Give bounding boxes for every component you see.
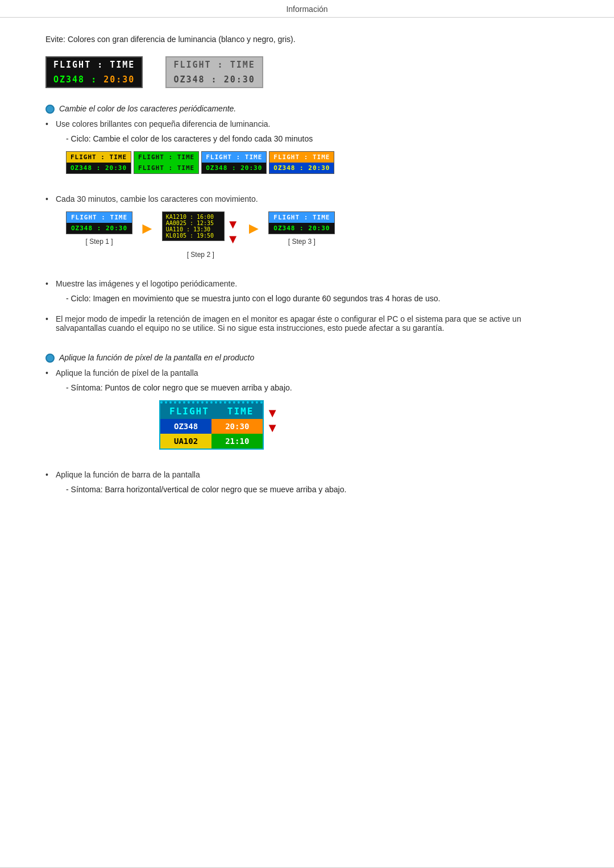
pb-cell-2030: 20:30 <box>211 419 263 434</box>
pb-cell-ua102: UA102 <box>160 434 211 448</box>
step-item-1: FLIGHT : TIME OZ348 : 20:30 [ Step 1 ] <box>66 211 132 246</box>
blue-bullet-item-1: Cambie el color de los caracteres periód… <box>45 104 569 114</box>
step1-row2: OZ348 : 20:30 <box>67 223 132 234</box>
arrow-1: ► <box>139 211 155 246</box>
blue-bullet-icon-2 <box>45 354 55 363</box>
color-board-3: FLIGHT : TIME OZ348 : 20:30 <box>201 151 267 174</box>
arrow-2: ► <box>246 211 262 246</box>
cb3-row1: FLIGHT : TIME <box>202 152 266 163</box>
down-arrow-2: ▼ <box>227 232 239 247</box>
color-board-4: FLIGHT : TIME OZ348 : 20:30 <box>269 151 334 174</box>
dark-board-time: 20:30 <box>103 74 135 85</box>
blue-bullet-text-1: Cambie el color de los caracteres periód… <box>59 104 236 113</box>
bullet-item-3: Muestre las imágenes y el logotipo perió… <box>45 279 569 288</box>
step1-board: FLIGHT : TIME OZ348 : 20:30 <box>66 211 132 234</box>
step1-label: [ Step 1 ] <box>86 238 113 246</box>
pb-col2-header: TIME <box>218 404 263 419</box>
bullet-item-1: Use colores brillantes con pequeña difer… <box>45 119 569 128</box>
down-arrow-1: ▼ <box>227 217 239 232</box>
pixel-board-header: FLIGHT TIME <box>160 401 263 419</box>
dark-board-sep: : <box>91 74 103 85</box>
bullet-item-5: Aplique la función de píxel de la pantal… <box>45 368 569 377</box>
cb2-row2: FLIGHT : TIME <box>134 163 198 173</box>
pb-cell-oz348: OZ348 <box>160 419 211 434</box>
content-area: Evite: Colores con gran diferencia de lu… <box>0 18 614 867</box>
steps-row: FLIGHT : TIME OZ348 : 20:30 [ Step 1 ] ►… <box>66 211 569 259</box>
main-list-5: Aplique la función de píxel de la pantal… <box>45 368 569 377</box>
step-item-3: FLIGHT : TIME OZ348 : 20:30 [ Step 3 ] <box>268 211 335 246</box>
bullet-item-6: Aplique la función de barra de la pantal… <box>45 470 569 479</box>
step2-line4: KL0105 : 19:50 <box>166 232 221 239</box>
page-container: Información Evite: Colores con gran dife… <box>0 0 614 868</box>
step2-arrows: ▼ ▼ <box>227 211 239 247</box>
bullet-item-2: Cada 30 minutos, cambie los caracteres c… <box>45 194 569 203</box>
cb4-row2: OZ348 : 20:30 <box>269 163 334 173</box>
blue-bullet-icon-1 <box>45 105 55 114</box>
main-list-3: Muestre las imágenes y el logotipo perió… <box>45 279 569 288</box>
step3-row2: OZ348 : 20:30 <box>269 223 334 234</box>
step1-row1: FLIGHT : TIME <box>67 212 132 223</box>
color-cycle-boards: FLIGHT : TIME OZ348 : 20:30 FLIGHT : TIM… <box>66 151 569 174</box>
pb-row-2: UA102 21:10 <box>160 434 263 448</box>
page-title: Información <box>0 0 614 18</box>
flight-board-dark: FLIGHT : TIME OZ348 : 20:30 <box>45 56 143 88</box>
dark-board-row1: FLIGHT : TIME <box>47 57 142 72</box>
pixel-board-arrows: ▼ ▼ <box>266 400 279 436</box>
main-list-6: Aplique la función de barra de la pantal… <box>45 470 569 479</box>
step2-line2: AA0025 : 12:35 <box>166 220 221 226</box>
pixel-arrow-1: ▼ <box>266 406 279 421</box>
step3-board: FLIGHT : TIME OZ348 : 20:30 <box>268 211 335 234</box>
sub-text-3: - Ciclo: Imagen en movimiento que se mue… <box>66 294 569 303</box>
pb-row-1: OZ348 20:30 <box>160 419 263 434</box>
cb1-row2: OZ348 : 20:30 <box>67 163 131 173</box>
step3-row1: FLIGHT : TIME <box>269 212 334 223</box>
step3-label: [ Step 3 ] <box>288 238 316 246</box>
step2-content: KA1210 : 16:00 AA0025 : 12:35 UA110 : 13… <box>162 211 239 247</box>
pixel-board: FLIGHT TIME OZ348 20:30 UA102 21:10 <box>159 400 264 450</box>
step2-line3: UA110 : 13:30 <box>166 226 221 232</box>
intro-text: Evite: Colores con gran diferencia de lu… <box>45 35 569 44</box>
sub-text-1: - Ciclo: Cambie el color de los caracter… <box>66 134 569 143</box>
main-list-4: El mejor modo de impedir la retención de… <box>45 314 569 333</box>
pb-cell-2110: 21:10 <box>211 434 263 448</box>
main-list-2: Cada 30 minutos, cambie los caracteres c… <box>45 194 569 203</box>
pixel-board-container: FLIGHT TIME OZ348 20:30 UA102 21:10 ▼ ▼ <box>159 400 569 450</box>
cb4-row1: FLIGHT : TIME <box>269 152 334 163</box>
sub-text-5: - Síntoma: Puntos de color negro que se … <box>66 383 569 392</box>
cb3-row2: OZ348 : 20:30 <box>202 163 266 173</box>
sub-text-6: - Síntoma: Barra horizontal/vertical de … <box>66 485 569 494</box>
cb1-row1: FLIGHT : TIME <box>67 152 131 163</box>
blue-bullet-text-2: Aplique la función de píxel de la pantal… <box>59 353 254 362</box>
pixel-arrow-2: ▼ <box>266 421 279 435</box>
step2-label: [ Step 2 ] <box>187 251 214 259</box>
dark-board-row2: OZ348 : 20:30 <box>47 72 142 87</box>
blue-bullet-item-2: Aplique la función de píxel de la pantal… <box>45 353 569 363</box>
step2-line1: KA1210 : 16:00 <box>166 214 221 220</box>
bullet-item-4: El mejor modo de impedir la retención de… <box>45 314 569 333</box>
color-board-1: FLIGHT : TIME OZ348 : 20:30 <box>66 151 131 174</box>
main-list: Use colores brillantes con pequeña difer… <box>45 119 569 128</box>
flight-boards-comparison: FLIGHT : TIME OZ348 : 20:30 FLIGHT : TIM… <box>45 56 569 88</box>
gray-board-row1: FLIGHT : TIME <box>167 57 262 72</box>
cb2-row1: FLIGHT : TIME <box>134 152 198 163</box>
dark-board-oz: OZ348 <box>53 74 85 85</box>
step2-board: KA1210 : 16:00 AA0025 : 12:35 UA110 : 13… <box>162 211 225 241</box>
gray-board-row2: OZ348 : 20:30 <box>167 72 262 87</box>
flight-board-gray: FLIGHT : TIME OZ348 : 20:30 <box>165 56 263 88</box>
pb-col1-header: FLIGHT <box>160 404 218 419</box>
step-item-2: KA1210 : 16:00 AA0025 : 12:35 UA110 : 13… <box>162 211 239 259</box>
color-board-2: FLIGHT : TIME FLIGHT : TIME <box>134 151 199 174</box>
